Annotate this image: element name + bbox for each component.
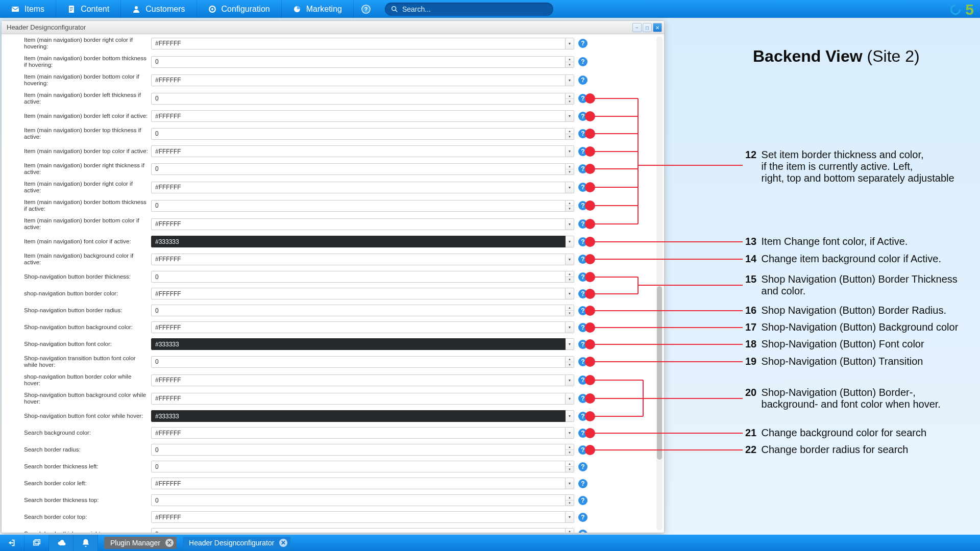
- color-dropdown-trigger[interactable]: ▼: [566, 236, 574, 247]
- number-input[interactable]: [151, 56, 566, 68]
- menu-marketing[interactable]: Marketing: [282, 0, 354, 18]
- color-input[interactable]: [151, 110, 566, 122]
- field-help-button[interactable]: ?: [578, 375, 587, 385]
- field-help-button[interactable]: ?: [578, 129, 587, 138]
- color-input[interactable]: [151, 427, 566, 439]
- number-input[interactable]: [151, 494, 566, 506]
- number-input[interactable]: [151, 305, 566, 316]
- field-help-button[interactable]: ?: [578, 183, 587, 192]
- number-input[interactable]: [151, 163, 566, 175]
- color-dropdown-trigger[interactable]: ▼: [566, 38, 574, 49]
- field-help-button[interactable]: ?: [578, 57, 587, 66]
- search-input[interactable]: [402, 5, 547, 13]
- field-help-button[interactable]: ?: [578, 306, 587, 315]
- color-dropdown-trigger[interactable]: ▼: [566, 288, 574, 299]
- color-input[interactable]: [151, 338, 566, 350]
- number-spinner[interactable]: ▲▼: [566, 163, 574, 175]
- color-input[interactable]: [151, 236, 566, 247]
- color-input[interactable]: [151, 478, 566, 489]
- window-maximize-button[interactable]: □: [643, 23, 652, 32]
- field-help-button[interactable]: ?: [578, 445, 587, 455]
- field-help-button[interactable]: ?: [578, 76, 587, 85]
- window-titlebar[interactable]: Header Designconfigurator − □ ✕: [2, 21, 664, 34]
- field-help-button[interactable]: ?: [578, 357, 587, 366]
- field-help-button[interactable]: ?: [578, 94, 587, 103]
- field-help-button[interactable]: ?: [578, 164, 587, 173]
- window-close-button[interactable]: ✕: [653, 23, 662, 32]
- number-input[interactable]: [151, 93, 566, 105]
- taskbar-tab-header-designconfigurator[interactable]: Header Designconfigurator✕: [183, 537, 290, 549]
- menu-items[interactable]: Items: [0, 0, 56, 18]
- color-input[interactable]: [151, 145, 566, 157]
- number-spinner[interactable]: ▲▼: [566, 128, 574, 140]
- form-scrollbar[interactable]: [656, 36, 663, 531]
- color-input[interactable]: [151, 511, 566, 523]
- global-search[interactable]: [385, 3, 553, 16]
- field-help-button[interactable]: ?: [578, 479, 587, 488]
- number-spinner[interactable]: ▲▼: [566, 271, 574, 283]
- field-help-button[interactable]: ?: [578, 462, 587, 471]
- menu-customers[interactable]: Customers: [121, 0, 197, 18]
- field-help-button[interactable]: ?: [578, 255, 587, 264]
- field-help-button[interactable]: ?: [578, 237, 587, 246]
- scrollbar-thumb[interactable]: [657, 286, 662, 460]
- menu-configuration[interactable]: Configuration: [197, 0, 282, 18]
- color-dropdown-trigger[interactable]: ▼: [566, 110, 574, 122]
- field-help-button[interactable]: ?: [578, 496, 587, 505]
- number-spinner[interactable]: ▲▼: [566, 56, 574, 68]
- field-help-button[interactable]: ?: [578, 513, 587, 522]
- number-spinner[interactable]: ▲▼: [566, 356, 574, 368]
- color-input[interactable]: [151, 38, 566, 49]
- number-input[interactable]: [151, 128, 566, 140]
- number-spinner[interactable]: ▲▼: [566, 528, 574, 533]
- color-dropdown-trigger[interactable]: ▼: [566, 338, 574, 350]
- color-dropdown-trigger[interactable]: ▼: [566, 218, 574, 230]
- color-input[interactable]: [151, 74, 566, 86]
- field-help-button[interactable]: ?: [578, 412, 587, 421]
- number-spinner[interactable]: ▲▼: [566, 461, 574, 472]
- color-dropdown-trigger[interactable]: ▼: [566, 321, 574, 333]
- field-help-button[interactable]: ?: [578, 272, 587, 282]
- color-dropdown-trigger[interactable]: ▼: [566, 478, 574, 489]
- field-help-button[interactable]: ?: [578, 530, 587, 533]
- taskbar-cloud[interactable]: [49, 535, 74, 551]
- color-input[interactable]: [151, 410, 566, 422]
- color-input[interactable]: [151, 218, 566, 230]
- color-dropdown-trigger[interactable]: ▼: [566, 254, 574, 265]
- field-help-button[interactable]: ?: [578, 219, 587, 229]
- color-dropdown-trigger[interactable]: ▼: [566, 374, 574, 386]
- color-input[interactable]: [151, 288, 566, 299]
- color-input[interactable]: [151, 374, 566, 386]
- color-dropdown-trigger[interactable]: ▼: [566, 182, 574, 193]
- color-input[interactable]: [151, 321, 566, 333]
- taskbar-tab-plugin-manager[interactable]: Plugin Manager✕: [104, 537, 177, 549]
- color-dropdown-trigger[interactable]: ▼: [566, 427, 574, 439]
- color-dropdown-trigger[interactable]: ▼: [566, 393, 574, 405]
- menu-content[interactable]: Content: [56, 0, 121, 18]
- number-input[interactable]: [151, 528, 566, 533]
- number-spinner[interactable]: ▲▼: [566, 305, 574, 316]
- close-icon[interactable]: ✕: [165, 539, 174, 547]
- number-input[interactable]: [151, 200, 566, 212]
- field-help-button[interactable]: ?: [578, 323, 587, 332]
- field-help-button[interactable]: ?: [578, 340, 587, 349]
- color-dropdown-trigger[interactable]: ▼: [566, 410, 574, 422]
- taskbar-windows[interactable]: [24, 535, 49, 551]
- field-help-button[interactable]: ?: [578, 147, 587, 156]
- color-dropdown-trigger[interactable]: ▼: [566, 511, 574, 523]
- number-input[interactable]: [151, 461, 566, 472]
- field-help-button[interactable]: ?: [578, 429, 587, 438]
- color-dropdown-trigger[interactable]: ▼: [566, 145, 574, 157]
- number-spinner[interactable]: ▲▼: [566, 444, 574, 456]
- number-spinner[interactable]: ▲▼: [566, 200, 574, 212]
- close-icon[interactable]: ✕: [279, 539, 287, 547]
- field-help-button[interactable]: ?: [578, 39, 587, 48]
- color-input[interactable]: [151, 393, 566, 405]
- number-spinner[interactable]: ▲▼: [566, 93, 574, 105]
- field-help-button[interactable]: ?: [578, 201, 587, 210]
- field-help-button[interactable]: ?: [578, 112, 587, 121]
- number-input[interactable]: [151, 356, 566, 368]
- taskbar-bell[interactable]: [74, 535, 98, 551]
- color-input[interactable]: [151, 254, 566, 265]
- window-minimize-button[interactable]: −: [632, 23, 642, 32]
